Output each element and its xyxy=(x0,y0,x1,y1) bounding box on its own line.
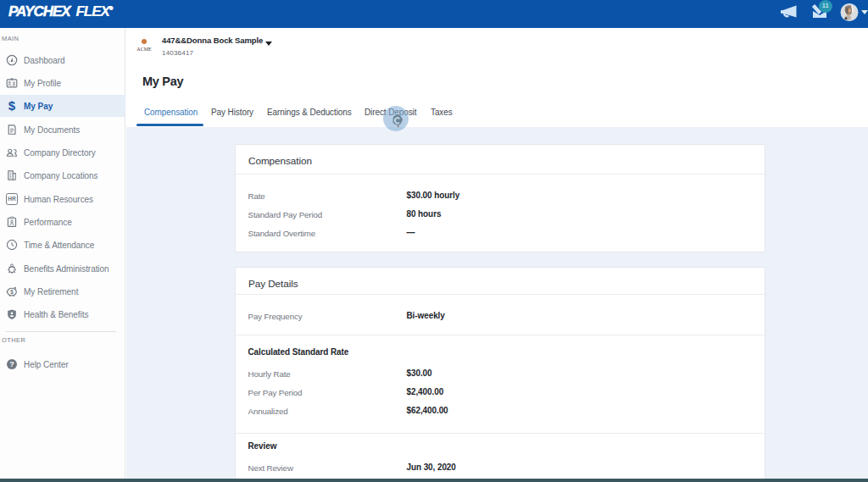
svg-text:$: $ xyxy=(10,288,14,295)
svg-text:ACME: ACME xyxy=(136,47,152,52)
svg-text:?: ? xyxy=(9,360,14,368)
